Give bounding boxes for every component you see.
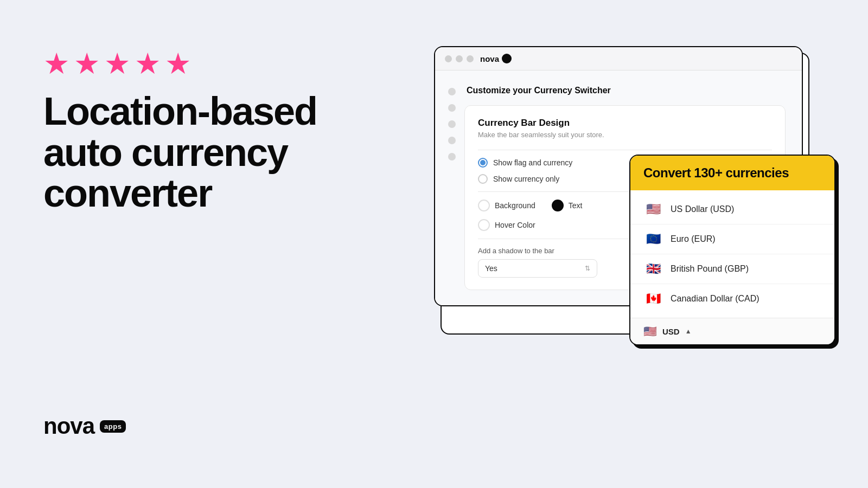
sidebar-dot-2 bbox=[448, 104, 456, 112]
flag-gb: 🇬🇧 bbox=[643, 262, 663, 276]
radio-button-currency[interactable] bbox=[478, 174, 488, 184]
traffic-light-3 bbox=[467, 55, 474, 62]
star-1: ★ bbox=[43, 49, 69, 78]
text-color-label: Text bbox=[569, 201, 583, 210]
sidebar-dot-1 bbox=[448, 88, 456, 95]
color-option-text[interactable]: Text bbox=[552, 200, 583, 211]
browser-logo-text: nova bbox=[480, 54, 499, 63]
currency-item-usd[interactable]: 🇺🇸 US Dollar (USD) bbox=[630, 195, 834, 224]
panel-main-title: Customize your Currency Switcher bbox=[464, 86, 786, 95]
star-2: ★ bbox=[74, 49, 100, 78]
select-arrows-icon: ⇅ bbox=[585, 265, 590, 272]
logo-row: nova apps bbox=[43, 413, 126, 439]
currency-item-eur[interactable]: 🇪🇺 Euro (EUR) bbox=[630, 224, 834, 254]
shadow-select[interactable]: Yes ⇅ bbox=[478, 259, 597, 278]
hover-color-label: Hover Color bbox=[495, 221, 535, 229]
logo-badge: apps bbox=[100, 420, 126, 433]
background-color-label: Background bbox=[495, 201, 535, 210]
traffic-lights bbox=[445, 55, 474, 62]
left-section: ★ ★ ★ ★ ★ Location-based auto currency c… bbox=[43, 49, 347, 214]
logo-text: nova bbox=[43, 413, 94, 439]
divider-1 bbox=[478, 150, 772, 150]
currency-name-eur: Euro (EUR) bbox=[671, 234, 716, 244]
browser-titlebar: nova bbox=[435, 47, 802, 70]
radio-label-flag: Show flag and currency bbox=[493, 158, 572, 167]
sidebar-dot-4 bbox=[448, 137, 456, 144]
sidebar-dot-5 bbox=[448, 153, 456, 160]
browser-logo-dot bbox=[502, 54, 512, 63]
right-section: nova Customize your Currency Switcher Cu… bbox=[434, 46, 835, 388]
background-color-swatch[interactable] bbox=[478, 200, 490, 211]
flag-eu: 🇪🇺 bbox=[643, 232, 663, 246]
panel-section-title: Currency Bar Design bbox=[478, 118, 772, 129]
currency-list: 🇺🇸 US Dollar (USD) 🇪🇺 Euro (EUR) 🇬🇧 Brit… bbox=[630, 190, 834, 318]
bottom-arrow-icon: ▲ bbox=[685, 328, 692, 335]
star-5: ★ bbox=[165, 49, 191, 78]
star-3: ★ bbox=[104, 49, 130, 78]
panel-section-subtitle: Make the bar seamlessly suit your store. bbox=[478, 131, 772, 139]
color-option-background[interactable]: Background bbox=[478, 200, 535, 211]
sidebar-dots bbox=[448, 86, 456, 290]
star-4: ★ bbox=[135, 49, 161, 78]
hover-color-swatch[interactable] bbox=[478, 219, 490, 231]
radio-button-flag[interactable] bbox=[478, 158, 488, 168]
currency-name-gbp: British Pound (GBP) bbox=[671, 264, 749, 274]
currency-bottom-bar[interactable]: 🇺🇸 USD ▲ bbox=[630, 318, 834, 344]
text-color-swatch[interactable] bbox=[552, 200, 564, 211]
shadow-select-value: Yes bbox=[485, 264, 497, 273]
radio-label-currency: Show currency only bbox=[493, 175, 559, 183]
headline: Location-based auto currency converter bbox=[43, 91, 347, 214]
flag-ca: 🇨🇦 bbox=[643, 292, 663, 306]
currency-name-usd: US Dollar (USD) bbox=[671, 204, 734, 214]
currency-item-cad[interactable]: 🇨🇦 Canadian Dollar (CAD) bbox=[630, 284, 834, 313]
currency-dropdown-card: Convert 130+ currencies 🇺🇸 US Dollar (US… bbox=[629, 155, 835, 345]
traffic-light-1 bbox=[445, 55, 452, 62]
currency-name-cad: Canadian Dollar (CAD) bbox=[671, 294, 760, 304]
browser-logo: nova bbox=[480, 54, 512, 63]
bottom-currency-text: USD bbox=[662, 327, 680, 336]
flag-us: 🇺🇸 bbox=[643, 202, 663, 216]
sidebar-dot-3 bbox=[448, 120, 456, 128]
traffic-light-2 bbox=[456, 55, 463, 62]
currency-header: Convert 130+ currencies bbox=[630, 156, 834, 190]
bottom-flag-icon: 🇺🇸 bbox=[643, 325, 657, 338]
currency-item-gbp[interactable]: 🇬🇧 British Pound (GBP) bbox=[630, 254, 834, 284]
stars-row: ★ ★ ★ ★ ★ bbox=[43, 49, 347, 78]
